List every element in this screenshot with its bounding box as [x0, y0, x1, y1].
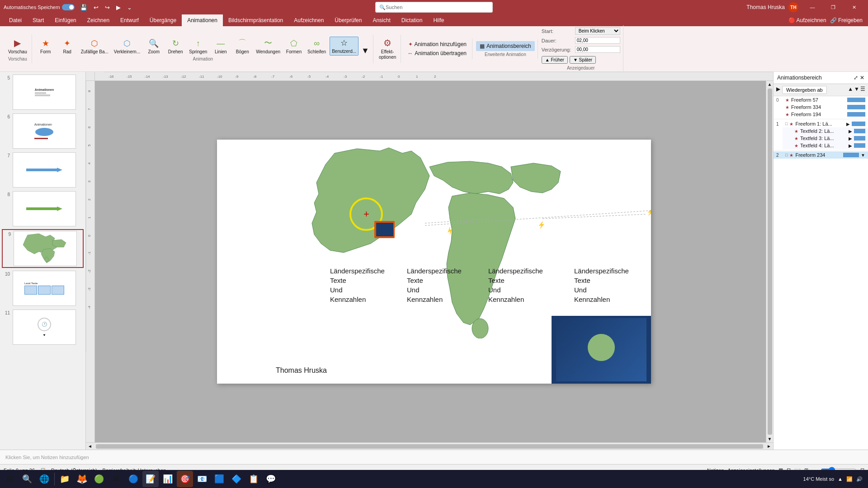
restore-button[interactable]: ❐ — [823, 0, 844, 14]
anim-scroll-button[interactable]: ▼ — [360, 46, 370, 56]
scrollbar-h[interactable]: ◄ ► — [86, 442, 773, 450]
tab-entwurf[interactable]: Entwurf — [115, 14, 144, 26]
tab-ubergange[interactable]: Übergänge — [144, 14, 182, 26]
start-select[interactable]: Beim Klicken — [575, 27, 620, 35]
taskbar-onenote[interactable]: 🟦 — [211, 471, 227, 487]
anim-item-textfeld2[interactable]: ★ Textfeld 2: Lä... ▶ — [783, 127, 868, 135]
taskbar-pp[interactable]: 🎯 — [177, 471, 193, 487]
taskbar-outlook[interactable]: 📧 — [194, 471, 210, 487]
taskbar-word[interactable]: 📝 — [142, 471, 159, 487]
slide-thumb-9[interactable]: 9 ★ — [2, 229, 84, 268]
anim-item-textfeld3[interactable]: ★ Textfeld 3: Lä... ▶ — [783, 135, 868, 142]
slide-img-5[interactable]: ★ Animationen — [13, 75, 76, 110]
taskbar-app1[interactable]: 🔷 — [228, 471, 245, 487]
anim-item-freeform334[interactable]: ★ Freeform 334 — [774, 103, 868, 111]
verzogerung-input[interactable] — [575, 46, 620, 53]
tab-bildschirm[interactable]: Bildschirmpräsentation — [223, 14, 288, 26]
slide-img-6[interactable]: Animationen — [13, 113, 76, 149]
slide-img-7[interactable] — [13, 152, 76, 188]
animationsbereich-button[interactable]: ▦ Animationsbereich — [476, 41, 535, 51]
anim-benutzer-button[interactable]: ☆ Benutzerd... — [330, 37, 359, 56]
anim-item-freeform194[interactable]: ★ Freeform 194 — [774, 111, 868, 118]
slide-thumb-5[interactable]: 5 ★ Animationen — [2, 74, 84, 111]
taskbar-teams[interactable]: 🔵 — [125, 471, 142, 487]
anim-item-menu-icon[interactable]: ▼ — [861, 153, 865, 158]
slide-thumb-8[interactable]: 8 ★ — [2, 190, 84, 227]
anim-item-textfeld4[interactable]: ★ Textfeld 4: Lä... ▶ — [783, 142, 868, 149]
expand-tf3-icon[interactable]: ▶ — [849, 136, 852, 141]
redo-icon[interactable]: ↪ — [103, 3, 112, 12]
scroll-right-icon[interactable]: ► — [765, 444, 773, 449]
dauer-input[interactable] — [575, 37, 620, 44]
play-from-button[interactable]: Wiedergeben ab — [782, 86, 827, 94]
tab-ansicht[interactable]: Ansicht — [367, 14, 396, 26]
scroll-down-icon[interactable]: ▼ — [768, 436, 772, 441]
expand-group-icon[interactable]: ▶ — [846, 122, 850, 127]
nav-down-icon[interactable]: ▼ — [854, 86, 859, 94]
freigeben-button[interactable]: 🔗 Freigeben — [830, 17, 863, 23]
anim-panel-expand-icon[interactable]: ⤢ — [854, 75, 858, 81]
slide-img-11[interactable]: ★ 🕐 ♥ — [13, 310, 76, 345]
tab-dictation[interactable]: Dictation — [396, 14, 428, 26]
scroll-thumb-v[interactable] — [768, 89, 772, 435]
taskbar-firefox[interactable]: 🦊 — [74, 471, 90, 487]
expand-tf4-icon[interactable]: ▶ — [849, 143, 852, 148]
anim-bogen-button[interactable]: ⌒ Bögen — [232, 37, 252, 56]
slide-canvas[interactable]: + ⚡ ⚡ ⚡ — [217, 140, 651, 384]
anim-rad-button[interactable]: ✦ Rad — [57, 38, 77, 56]
anim-springen-button[interactable]: ↑ Springen — [187, 38, 209, 56]
effektoptionen-button[interactable]: ⚙ Effekt-optionen — [377, 37, 398, 61]
taskbar-start[interactable]: ⊞ — [2, 471, 18, 487]
anim-drehen-button[interactable]: ↻ Drehen — [165, 38, 185, 56]
scroll-up-icon[interactable]: ▲ — [768, 82, 772, 87]
slide-thumb-7[interactable]: 7 — [2, 151, 84, 188]
taskbar-search[interactable]: 🔍 — [19, 471, 35, 487]
tab-datei[interactable]: Datei — [4, 14, 27, 26]
scroll-left-icon[interactable]: ◄ — [86, 444, 94, 449]
fruher-button[interactable]: ▲ Früher — [542, 56, 568, 64]
tab-aufzeichnen[interactable]: Aufzeichnen — [288, 14, 329, 26]
anim-zoom-button[interactable]: 🔍 Zoom — [144, 38, 164, 56]
slide-thumb-10[interactable]: 10 Land Texte — [2, 270, 84, 307]
play-all-icon[interactable]: ▶ — [776, 86, 780, 94]
tab-hilfe[interactable]: Hilfe — [428, 14, 449, 26]
scroll-thumb-h[interactable] — [96, 444, 763, 449]
taskbar-chrome[interactable]: 🟢 — [91, 471, 107, 487]
present-icon[interactable]: ▶ — [114, 3, 123, 12]
slide-thumb-6[interactable]: 6 Animationen — [2, 113, 84, 150]
anim-formen-button[interactable]: ⬠ Formen — [284, 38, 304, 56]
notes-bar[interactable]: Klicken Sie, um Notizen hinzuzufügen — [0, 450, 868, 464]
tab-uberprufen[interactable]: Überprüfen — [329, 14, 367, 26]
anim-item-group1[interactable]: 1 □ ★ Freeform 1: Lä... ▶ — [774, 120, 868, 127]
anim-item-freeform234[interactable]: 2 □ ★ Freeform 234 ▼ — [774, 151, 868, 159]
anim-hinzufugen-button[interactable]: ✦ Animation hinzufügen — [406, 40, 469, 48]
tab-zeichnen[interactable]: Zeichnen — [82, 14, 115, 26]
slide-img-9[interactable]: ★ — [14, 231, 77, 266]
anim-panel-close-icon[interactable]: ✕ — [860, 75, 864, 81]
tab-einfugen[interactable]: Einfügen — [49, 14, 81, 26]
anim-item-freeform57[interactable]: 0 ★ Freeform 57 — [774, 96, 868, 103]
slide-thumb-11[interactable]: 11 ★ 🕐 ♥ — [2, 309, 84, 346]
expand-tf2-icon[interactable]: ▶ — [849, 129, 852, 134]
vorschau-button[interactable]: ▶ Vorschau — [6, 37, 29, 56]
spater-button[interactable]: ▼ Später — [570, 56, 596, 64]
anim-linien-button[interactable]: — Linien — [211, 38, 231, 56]
undo-icon[interactable]: ↩ — [92, 3, 100, 12]
notes-placeholder[interactable]: Klicken Sie, um Notizen hinzuzufügen — [5, 455, 89, 460]
nav-up-icon[interactable]: ▲ — [848, 86, 853, 94]
taskbar-excel[interactable]: 📊 — [160, 471, 176, 487]
taskbar-explorer[interactable]: 📁 — [57, 471, 73, 487]
anim-form-button[interactable]: ★ Form — [36, 38, 56, 56]
slide-img-10[interactable]: Land Texte — [13, 271, 76, 306]
aufzeichnen-button[interactable]: 🔴 Aufzeichnen — [788, 17, 826, 23]
slide-panel[interactable]: 5 ★ Animationen 6 Animationen — [0, 72, 86, 450]
nav-menu-icon[interactable]: ☰ — [860, 86, 865, 94]
anim-ubertragen-button[interactable]: ↔ Animation übertragen — [405, 49, 469, 57]
save-icon[interactable]: 💾 — [78, 3, 89, 12]
search-bar[interactable]: 🔍 Suchen — [375, 2, 493, 13]
scrollbar-v[interactable]: ▲ ▼ — [766, 81, 773, 442]
anim-wendungen-button[interactable]: 〜 Wendungen — [254, 37, 282, 56]
more-icon[interactable]: ⌄ — [125, 3, 134, 12]
slide-img-8[interactable]: ★ — [13, 191, 76, 226]
tab-animationen[interactable]: Animationen — [182, 14, 223, 26]
